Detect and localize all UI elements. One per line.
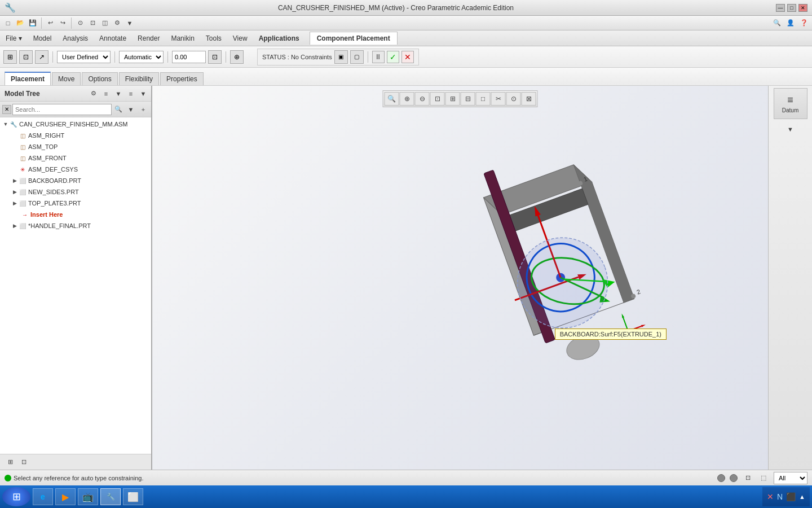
- view-icon[interactable]: ⊡: [19, 50, 33, 64]
- spin-btn[interactable]: ⊙: [506, 92, 521, 106]
- view-orient-btn[interactable]: ⊡: [430, 92, 445, 106]
- backboard-expand[interactable]: ▶: [11, 177, 18, 184]
- pause-button[interactable]: ⏸: [372, 51, 385, 63]
- tree-item-new-sides[interactable]: ▶ ⬜ NEW_SIDES.PRT: [0, 186, 151, 198]
- cancel-button[interactable]: ✕: [401, 51, 414, 63]
- start-button[interactable]: ⊞: [2, 487, 30, 506]
- zoom-in-btn[interactable]: ⊕: [400, 92, 414, 106]
- tab-flexibility[interactable]: Flexibility: [119, 72, 159, 85]
- tree-item-top-plate3[interactable]: ▶ ⬜ TOP_PLATE3.PRT: [0, 198, 151, 209]
- menu-model[interactable]: Model: [28, 30, 58, 46]
- menu-file[interactable]: File ▾: [0, 30, 28, 46]
- tree-item-insert-here[interactable]: → Insert Here: [0, 209, 151, 220]
- regen2-btn[interactable]: ⊡: [87, 17, 98, 29]
- panel-layer-icon[interactable]: ⊡: [18, 457, 29, 468]
- add-filter-icon[interactable]: +: [138, 104, 149, 115]
- menu-render[interactable]: Render: [132, 30, 165, 46]
- help-btn[interactable]: ❓: [798, 17, 810, 29]
- taskbar-app2[interactable]: ⬜: [123, 488, 143, 505]
- save-btn[interactable]: 💾: [27, 17, 38, 29]
- constraint-display-icon2[interactable]: ▢: [350, 50, 364, 64]
- model-tree-toggle-btn[interactable]: ⊡: [742, 472, 753, 484]
- tree-item-asm-def-csys[interactable]: ✳ ASM_DEF_CSYS: [0, 164, 151, 175]
- tree-item-asm-top[interactable]: ◫ ASM_TOP: [0, 141, 151, 152]
- datum-dropdown-icon[interactable]: ▼: [785, 124, 796, 135]
- placement-mode-select[interactable]: Automatic Manual: [119, 51, 164, 63]
- search-btn[interactable]: 🔍: [771, 17, 783, 29]
- viewport[interactable]: 🔍 ⊕ ⊖ ⊡ ⊞ ⊟ □ ✂ ⊙ ⊠: [152, 86, 768, 470]
- snap-icon[interactable]: ↗: [35, 50, 48, 64]
- shading-btn[interactable]: ⊠: [522, 92, 536, 106]
- tree-search-input[interactable]: [12, 104, 112, 115]
- tree-item-handle-final[interactable]: ▶ ⬜ *HANDLE_FINAL.PRT: [0, 220, 151, 231]
- view-3d-btn[interactable]: □: [476, 92, 491, 106]
- panel-view-icon[interactable]: ⊞: [5, 457, 16, 468]
- tab-move[interactable]: Move: [52, 72, 81, 85]
- constraint-display-icon1[interactable]: ▣: [334, 50, 348, 64]
- filter-icon[interactable]: ▼: [125, 104, 136, 115]
- user-btn[interactable]: 👤: [785, 17, 796, 29]
- tree-item-asm-right[interactable]: ◫ ASM_RIGHT: [0, 130, 151, 141]
- panel-title: Model Tree: [2, 90, 40, 98]
- layer-toggle-btn[interactable]: ⬚: [758, 472, 769, 484]
- root-expand-icon[interactable]: ▼: [2, 121, 9, 128]
- view-named-btn[interactable]: ⊞: [445, 92, 460, 106]
- tray-n-icon[interactable]: N: [777, 492, 783, 501]
- close-button[interactable]: ✕: [798, 4, 807, 12]
- tree-expand-icon[interactable]: ▼: [138, 88, 149, 99]
- search-close-btn[interactable]: ✕: [2, 105, 11, 114]
- handle-final-expand[interactable]: ▶: [11, 222, 18, 229]
- settings-btn[interactable]: ⚙: [112, 17, 123, 29]
- status-circle-2: [730, 474, 738, 482]
- tree-item-backboard[interactable]: ▶ ⬜ BACKBOARD.PRT: [0, 175, 151, 186]
- tree-dropdown-icon[interactable]: ▼: [113, 88, 124, 99]
- tree-settings-icon[interactable]: ⚙: [88, 88, 99, 99]
- datum-button[interactable]: ≡ Datum: [774, 88, 807, 119]
- constraint-type-select[interactable]: User Defined Automatic Coincident: [57, 51, 111, 63]
- new-btn[interactable]: □: [2, 17, 14, 29]
- offset-value-input[interactable]: [172, 51, 206, 63]
- offset-icon[interactable]: ⊡: [208, 50, 222, 64]
- menu-applications[interactable]: Applications: [253, 30, 305, 46]
- window-controls[interactable]: — □ ✕: [776, 4, 807, 12]
- zoom-out-btn[interactable]: ⊖: [415, 92, 430, 106]
- menu-view[interactable]: View: [227, 30, 253, 46]
- tray-win-icon[interactable]: ⬛: [786, 492, 796, 501]
- redo-btn[interactable]: ↪: [57, 17, 68, 29]
- view-level-select[interactable]: All Active: [774, 472, 807, 484]
- move3d-icon[interactable]: ⊕: [230, 50, 244, 64]
- tree-view-icon[interactable]: ≡: [100, 88, 112, 99]
- menu-tools[interactable]: Tools: [200, 30, 227, 46]
- datum-planes-btn[interactable]: ✂: [491, 92, 506, 106]
- tree-list-icon[interactable]: ≡: [125, 88, 136, 99]
- zoom-fit-btn[interactable]: 🔍: [385, 92, 399, 106]
- model-tree-icon[interactable]: ⊞: [3, 50, 17, 64]
- menu-manikin[interactable]: Manikin: [165, 30, 200, 46]
- asm-front-label: ASM_FRONT: [28, 155, 67, 161]
- menu-analysis[interactable]: Analysis: [57, 30, 94, 46]
- ok-button[interactable]: ✓: [387, 51, 399, 63]
- new-sides-expand[interactable]: ▶: [11, 189, 18, 195]
- tree-item-asm-front[interactable]: ◫ ASM_FRONT: [0, 152, 151, 164]
- tab-properties[interactable]: Properties: [160, 72, 204, 85]
- top-plate3-expand[interactable]: ▶: [11, 200, 18, 207]
- taskbar-media[interactable]: ▶: [55, 488, 76, 505]
- minimize-button[interactable]: —: [776, 4, 785, 12]
- search-icon[interactable]: 🔍: [113, 104, 124, 115]
- restore-button[interactable]: □: [787, 4, 796, 12]
- taskbar-ie[interactable]: e: [33, 488, 53, 505]
- view-section-btn[interactable]: ⊟: [461, 92, 475, 106]
- tree-root[interactable]: ▼ 🔧 CAN_CRUSHER_FINISHED_MM.ASM: [0, 119, 151, 130]
- menu-annotate[interactable]: Annotate: [94, 30, 132, 46]
- view-btn[interactable]: ◫: [99, 17, 111, 29]
- undo-btn[interactable]: ↩: [45, 17, 56, 29]
- regen-btn[interactable]: ⊙: [74, 17, 86, 29]
- qa-dropdown-btn[interactable]: ▼: [124, 17, 135, 29]
- taskbar-creo[interactable]: 🔧: [100, 488, 121, 505]
- tray-x-icon[interactable]: ✕: [767, 492, 774, 501]
- tab-options[interactable]: Options: [82, 72, 117, 85]
- tab-placement[interactable]: Placement: [5, 72, 51, 85]
- component-placement-tab[interactable]: Component Placement: [310, 32, 398, 45]
- taskbar-app1[interactable]: 📺: [78, 488, 98, 505]
- open-btn[interactable]: 📂: [15, 17, 26, 29]
